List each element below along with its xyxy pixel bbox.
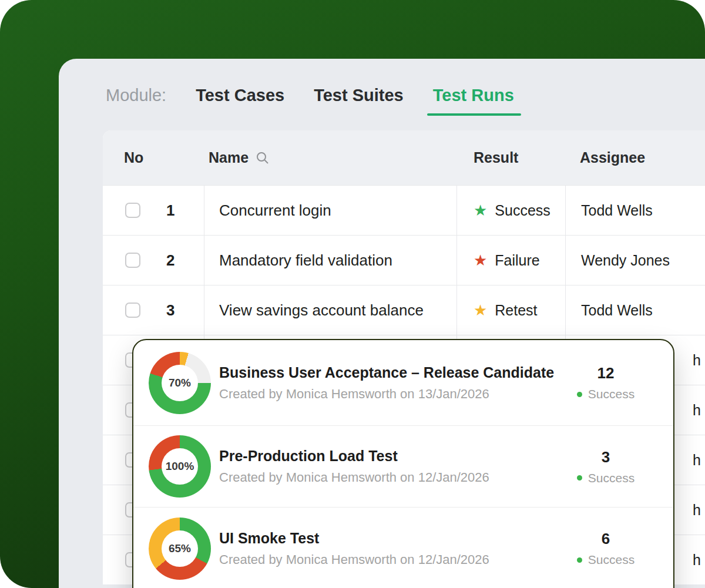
assignee-name: Wendy Jones (565, 236, 705, 285)
table-row[interactable]: 1 Concurrent login ★ Success Todd Wells (103, 185, 705, 235)
tab-test-runs[interactable]: Test Runs (433, 86, 514, 116)
test-run-summary-card: 70% Business User Acceptance – Release C… (132, 339, 674, 588)
column-header-result[interactable]: Result (456, 149, 565, 166)
success-dot-icon (577, 557, 582, 563)
row-checkbox[interactable] (125, 253, 140, 268)
row-number: 1 (166, 201, 174, 220)
result-star-icon: ★ (474, 303, 487, 318)
column-header-name-label: Name (209, 149, 249, 166)
success-label: Success (588, 471, 634, 485)
test-name: View savings account balance (204, 285, 456, 335)
success-label: Success (588, 387, 634, 401)
success-count: 6 (602, 530, 610, 548)
result-label: Success (495, 202, 550, 219)
row-number: 2 (166, 251, 174, 270)
row-checkbox[interactable] (125, 203, 140, 218)
donut-chart: 70% (149, 352, 211, 414)
test-run-summary-item[interactable]: 65% UI Smoke Test Created by Monica Hems… (133, 508, 673, 588)
module-tabs: Module: Test Cases Test Suites Test Runs (106, 86, 514, 116)
assignee-name: Todd Wells (565, 285, 705, 335)
table-row[interactable]: 2 Mandatory field validation ★ Failure W… (103, 235, 705, 285)
run-title: UI Smoke Test (219, 530, 562, 547)
donut-percent-label: 70% (169, 377, 191, 389)
success-count: 3 (602, 448, 610, 466)
donut-chart: 65% (149, 518, 211, 580)
donut-percent-label: 65% (169, 542, 191, 555)
result-star-icon: ★ (474, 253, 487, 268)
donut-chart: 100% (149, 435, 211, 498)
test-run-summary-item[interactable]: 70% Business User Acceptance – Release C… (133, 340, 673, 426)
run-created-by: Created by Monica Hemsworth on 12/Jan/20… (219, 470, 562, 485)
donut-percent-label: 100% (166, 460, 194, 473)
success-label: Success (588, 553, 634, 567)
success-dot-icon (577, 475, 582, 481)
tab-test-cases[interactable]: Test Cases (196, 86, 284, 116)
test-name: Mandatory field validation (204, 236, 456, 285)
test-run-summary-item[interactable]: 100% Pre-Production Load Test Created by… (133, 426, 673, 508)
tab-test-suites[interactable]: Test Suites (314, 86, 404, 116)
column-header-no[interactable]: No (103, 149, 204, 166)
success-count: 12 (597, 364, 615, 382)
row-number: 3 (166, 301, 174, 320)
result-label: Failure (495, 252, 539, 269)
test-name: Concurrent login (204, 186, 456, 235)
search-icon[interactable] (256, 151, 270, 165)
success-dot-icon (577, 392, 582, 397)
table-row[interactable]: 3 View savings account balance ★ Retest … (103, 285, 705, 335)
table-header: No Name Result Assignee (103, 130, 705, 185)
result-star-icon: ★ (474, 203, 487, 218)
row-checkbox[interactable] (125, 303, 140, 318)
run-title: Business User Acceptance – Release Candi… (219, 364, 562, 381)
assignee-name: Todd Wells (565, 186, 705, 235)
run-title: Pre-Production Load Test (219, 448, 562, 465)
run-created-by: Created by Monica Hemsworth on 12/Jan/20… (219, 552, 562, 567)
result-label: Retest (495, 302, 537, 319)
module-label: Module: (106, 86, 166, 105)
column-header-name[interactable]: Name (204, 149, 456, 166)
run-created-by: Created by Monica Hemsworth on 13/Jan/20… (219, 387, 562, 402)
column-header-assignee[interactable]: Assignee (565, 149, 705, 166)
